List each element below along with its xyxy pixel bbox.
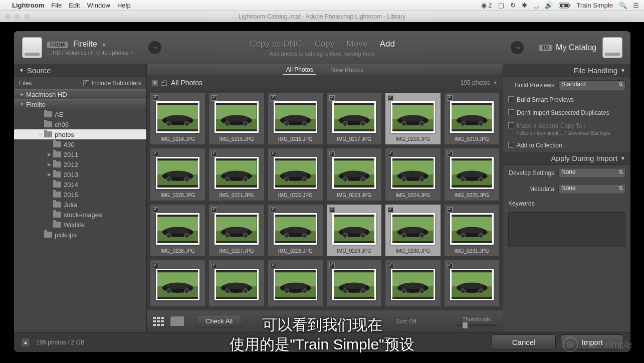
thumbnail-cell[interactable]: IMG_0221.JPG bbox=[208, 148, 264, 201]
thumbnail-checkbox[interactable] bbox=[211, 151, 217, 156]
thumbnail-checkbox[interactable] bbox=[388, 207, 393, 213]
cc-icon[interactable]: ◉ 2 bbox=[481, 2, 492, 9]
add-collection-checkbox[interactable] bbox=[508, 142, 514, 148]
expand-icon[interactable]: ▲ bbox=[21, 338, 30, 347]
folder-2015[interactable]: 2015 bbox=[14, 190, 146, 200]
sort-icon[interactable]: ▼ bbox=[493, 80, 498, 85]
thumbnail-cell[interactable]: IMG_0218.JPG bbox=[385, 92, 441, 145]
thumbnail-cell[interactable]: IMG_0231.JPG bbox=[444, 204, 500, 257]
second-copy-checkbox[interactable] bbox=[508, 122, 514, 128]
thumbnail-checkbox[interactable] bbox=[388, 263, 393, 268]
to-name[interactable]: My Catalog bbox=[556, 43, 596, 52]
metadata-select[interactable]: None bbox=[558, 184, 625, 194]
thumbnail-checkbox[interactable] bbox=[447, 151, 453, 156]
mode-copy-dng[interactable]: Copy as DNG bbox=[250, 39, 302, 49]
airplay-icon[interactable]: ▢ bbox=[498, 2, 504, 9]
thumbnail-checkbox[interactable] bbox=[447, 207, 453, 213]
volume-icon[interactable]: 🔊 bbox=[545, 2, 553, 9]
develop-settings-select[interactable]: None bbox=[558, 168, 625, 178]
folder-2014[interactable]: 2014 bbox=[14, 179, 146, 190]
thumbnail-checkbox[interactable] bbox=[153, 263, 158, 268]
source-header[interactable]: ▼Source bbox=[14, 64, 146, 77]
thumbnail-cell[interactable]: IMG_0222.JPG bbox=[268, 148, 323, 201]
grid-collapse-icon[interactable]: ▼ bbox=[152, 80, 158, 86]
mode-add[interactable]: Add bbox=[380, 39, 395, 49]
thumbnail-checkbox[interactable] bbox=[211, 95, 217, 101]
thumbnail-cell[interactable]: IMG_0225.JPG bbox=[444, 148, 500, 201]
wifi-icon[interactable]: ◡ bbox=[533, 2, 539, 9]
battery-icon[interactable] bbox=[559, 3, 571, 9]
mode-copy[interactable]: Copy bbox=[314, 39, 334, 49]
thumbnail-checkbox[interactable] bbox=[329, 151, 335, 156]
thumbnail-checkbox[interactable] bbox=[153, 95, 158, 101]
thumbnail-cell[interactable]: IMG_0216.JPG bbox=[268, 92, 323, 145]
thumbnail-cell[interactable]: IMG_0228.JPG bbox=[268, 204, 323, 257]
thumbnail-cell[interactable]: IMG_0214.JPG bbox=[150, 92, 205, 145]
thumbnail-checkbox[interactable] bbox=[211, 207, 217, 213]
menu-window[interactable]: Window bbox=[87, 2, 110, 9]
thumbnail-checkbox[interactable] bbox=[329, 263, 335, 268]
thumbnail-cell[interactable]: IMG_0219.JPG bbox=[444, 92, 500, 145]
close-icon[interactable] bbox=[5, 14, 11, 20]
thumbnail-checkbox[interactable] bbox=[271, 151, 276, 156]
folder-2012[interactable]: ▶2012 bbox=[14, 159, 146, 169]
thumbnail-checkbox[interactable] bbox=[388, 95, 393, 101]
thumbnail-cell[interactable] bbox=[444, 260, 500, 307]
thumbnail-cell[interactable]: IMG_0227.JPG bbox=[208, 204, 264, 257]
thumbnail-checkbox[interactable] bbox=[271, 263, 276, 268]
spotlight-icon[interactable]: 🔍 bbox=[619, 2, 627, 9]
folder-ch06[interactable]: ch06 bbox=[14, 119, 146, 129]
thumbnail-cell[interactable]: IMG_0220.JPG bbox=[150, 148, 205, 201]
mode-move[interactable]: Move bbox=[347, 39, 368, 49]
thumbnail-checkbox[interactable] bbox=[153, 151, 158, 156]
build-previews-select[interactable]: Standard bbox=[558, 80, 625, 90]
folder-pickups[interactable]: pickups bbox=[14, 230, 146, 240]
folder-2013[interactable]: ▶2013 bbox=[14, 169, 146, 179]
folder-ae[interactable]: AE bbox=[14, 109, 146, 119]
grid-check-all[interactable] bbox=[161, 80, 167, 86]
folder-stock-images[interactable]: stock-images bbox=[14, 210, 146, 220]
menu-edit[interactable]: Edit bbox=[69, 2, 80, 9]
smart-previews-checkbox[interactable] bbox=[508, 96, 514, 102]
thumbnail-cell[interactable] bbox=[208, 260, 264, 307]
thumbnail-checkbox[interactable] bbox=[447, 263, 453, 268]
menu-file[interactable]: File bbox=[51, 2, 62, 9]
volume-firelite[interactable]: ▼Firelite bbox=[14, 99, 146, 109]
tab-new-photos[interactable]: New Photos bbox=[328, 66, 367, 75]
minimize-icon[interactable] bbox=[15, 14, 20, 20]
duplicates-checkbox[interactable] bbox=[508, 109, 514, 115]
menu-help[interactable]: Help bbox=[117, 2, 131, 9]
thumbnail-cell[interactable]: IMG_0217.JPG bbox=[326, 92, 382, 145]
from-dropdown-icon[interactable]: ▼ bbox=[101, 42, 106, 48]
cancel-button[interactable]: Cancel bbox=[492, 334, 556, 350]
thumbnail-checkbox[interactable] bbox=[271, 95, 276, 101]
thumbnail-checkbox[interactable] bbox=[329, 207, 335, 213]
thumbnail-checkbox[interactable] bbox=[388, 151, 393, 156]
folder-430[interactable]: 430 bbox=[14, 139, 146, 149]
menu-user[interactable]: Train Simple bbox=[577, 2, 613, 9]
keywords-input[interactable] bbox=[508, 212, 625, 247]
thumbnail-cell[interactable]: IMG_0223.JPG bbox=[326, 148, 382, 201]
bluetooth-icon[interactable]: ✱ bbox=[522, 2, 527, 9]
volume-macintosh-hd[interactable]: ▶Macintosh HD bbox=[14, 89, 146, 99]
folder-2011[interactable]: ▶2011 bbox=[14, 149, 146, 159]
timemachine-icon[interactable]: ↻ bbox=[510, 2, 516, 9]
tab-all-photos[interactable]: All Photos bbox=[283, 65, 316, 75]
thumbnail-cell[interactable]: IMG_0215.JPG bbox=[208, 92, 264, 145]
thumbnail-cell[interactable]: IMG_0226.JPG bbox=[150, 204, 205, 257]
include-subfolders-checkbox[interactable] bbox=[83, 80, 89, 86]
menu-app[interactable]: Lightroom bbox=[12, 2, 44, 9]
thumbnail-cell[interactable] bbox=[385, 260, 441, 307]
folder-julia[interactable]: Julia bbox=[14, 200, 146, 210]
thumbnail-cell[interactable] bbox=[326, 260, 382, 307]
apply-import-header[interactable]: Apply During Import▼ bbox=[503, 152, 630, 165]
thumbnail-cell[interactable] bbox=[268, 260, 323, 307]
loupe-view-button[interactable] bbox=[170, 316, 185, 327]
thumbnail-checkbox[interactable] bbox=[329, 95, 335, 101]
grid-view-icon[interactable] bbox=[153, 317, 165, 326]
check-all-button[interactable]: Check All bbox=[196, 315, 242, 327]
zoom-icon[interactable] bbox=[24, 14, 30, 20]
from-name[interactable]: Firelite bbox=[73, 40, 97, 48]
thumbnail-checkbox[interactable] bbox=[271, 207, 276, 213]
thumbnail-cell[interactable]: IMG_0224.JPG bbox=[385, 148, 441, 201]
